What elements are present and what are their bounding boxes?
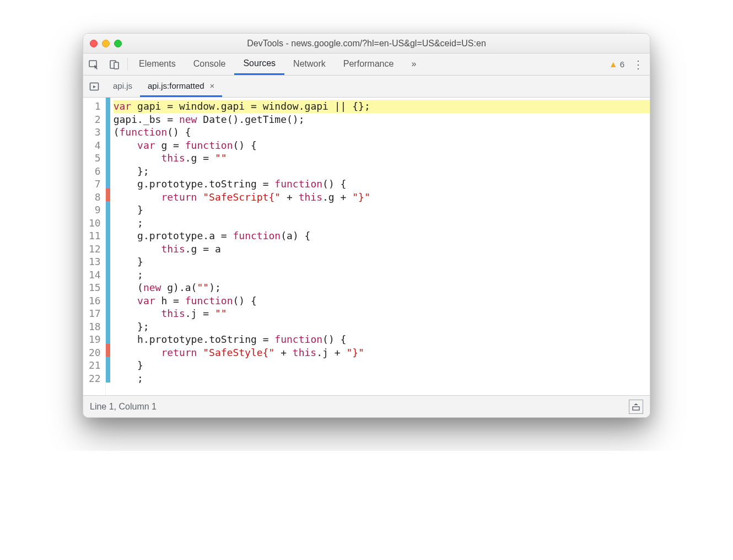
zoom-window-button[interactable]	[114, 40, 122, 47]
code-line[interactable]: };	[114, 320, 650, 333]
code-line[interactable]: var h = function() {	[114, 294, 650, 308]
coverage-markers	[106, 98, 110, 395]
warning-icon: ▲	[609, 60, 618, 69]
more-panels-button[interactable]: »	[402, 53, 425, 75]
panel-tab-performance[interactable]: Performance	[335, 53, 403, 75]
main-toolbar: ElementsConsoleSourcesNetworkPerformance…	[83, 53, 650, 76]
coverage-marker	[106, 227, 110, 240]
coverage-marker	[106, 163, 110, 176]
panel-tab-sources[interactable]: Sources	[234, 53, 284, 75]
line-number[interactable]: 11	[89, 229, 101, 243]
coverage-marker	[106, 240, 110, 254]
panel-tab-network[interactable]: Network	[284, 53, 335, 75]
code-line[interactable]: ;	[114, 217, 650, 230]
coverage-marker	[106, 189, 110, 202]
line-number[interactable]: 15	[89, 281, 101, 294]
minimize-window-button[interactable]	[102, 40, 110, 47]
file-tab-label: api.js	[113, 81, 132, 90]
panel-tabs: ElementsConsoleSourcesNetworkPerformance	[130, 53, 402, 75]
code-line[interactable]: ;	[114, 268, 650, 282]
line-number[interactable]: 20	[89, 346, 101, 359]
devtools-window: DevTools - news.google.com/?hl=en-US&gl=…	[83, 33, 650, 418]
coverage-marker	[106, 137, 110, 150]
coverage-marker	[106, 214, 110, 228]
device-toolbar-icon[interactable]	[104, 53, 125, 75]
toolbar-divider	[127, 58, 128, 71]
coverage-marker	[106, 279, 110, 292]
code-line[interactable]: };	[114, 165, 650, 178]
warnings-badge[interactable]: ▲ 6	[609, 60, 624, 69]
line-number[interactable]: 16	[89, 294, 101, 308]
line-number[interactable]: 21	[89, 359, 101, 372]
line-number[interactable]: 5	[89, 152, 101, 165]
coverage-marker	[106, 370, 110, 383]
line-number[interactable]: 2	[89, 113, 101, 126]
svg-rect-4	[633, 407, 639, 410]
coverage-marker	[106, 357, 110, 370]
inspect-element-icon[interactable]	[83, 53, 104, 75]
line-number[interactable]: 13	[89, 255, 101, 268]
coverage-marker	[106, 149, 110, 163]
close-window-button[interactable]	[90, 40, 98, 47]
line-number[interactable]: 10	[89, 217, 101, 230]
window-controls	[90, 40, 122, 47]
code-line[interactable]: return "SafeStyle{" + this.j + "}"	[114, 346, 650, 359]
line-number[interactable]: 7	[89, 177, 101, 191]
code-line[interactable]: }	[114, 255, 650, 268]
line-number[interactable]: 17	[89, 307, 101, 320]
coverage-marker	[106, 98, 110, 111]
code-line[interactable]: g.prototype.a = function(a) {	[114, 229, 650, 243]
line-number[interactable]: 19	[89, 333, 101, 346]
code-line[interactable]: return "SafeScript{" + this.g + "}"	[114, 191, 650, 204]
coverage-marker	[106, 123, 110, 137]
code-line[interactable]: gapi._bs = new Date().getTime();	[114, 113, 650, 126]
line-number[interactable]: 12	[89, 243, 101, 256]
code-line[interactable]: }	[114, 359, 650, 372]
panel-tab-elements[interactable]: Elements	[130, 53, 185, 75]
line-number[interactable]: 9	[89, 203, 101, 217]
line-number[interactable]: 22	[89, 372, 101, 385]
line-number[interactable]: 18	[89, 320, 101, 333]
line-number[interactable]: 6	[89, 165, 101, 178]
file-tab[interactable]: api.js:formatted×	[140, 76, 222, 97]
status-bar: Line 1, Column 1	[83, 395, 650, 417]
file-tab-label: api.js:formatted	[148, 81, 204, 90]
code-line[interactable]: (new g).a("");	[114, 281, 650, 294]
line-number[interactable]: 3	[89, 126, 101, 139]
code-line[interactable]: var g = function() {	[114, 139, 650, 152]
code-line[interactable]: h.prototype.toString = function() {	[114, 333, 650, 346]
sources-file-tabs: api.jsapi.js:formatted×	[83, 76, 650, 98]
code-line[interactable]: this.g = a	[114, 243, 650, 256]
coverage-marker	[106, 331, 110, 344]
settings-menu-button[interactable]: ⋮	[630, 58, 646, 71]
show-navigator-icon[interactable]	[83, 76, 105, 97]
close-icon[interactable]: ×	[210, 81, 215, 90]
show-drawer-icon[interactable]	[629, 400, 643, 414]
code-line[interactable]: g.prototype.toString = function() {	[114, 177, 650, 191]
line-number[interactable]: 8	[89, 191, 101, 204]
titlebar: DevTools - news.google.com/?hl=en-US&gl=…	[83, 34, 650, 53]
cursor-position: Line 1, Column 1	[90, 402, 157, 412]
coverage-marker	[106, 305, 110, 318]
code-line[interactable]: (function() {	[114, 126, 650, 139]
source-editor[interactable]: 12345678910111213141516171819202122 var …	[83, 98, 650, 395]
line-number[interactable]: 1	[89, 100, 101, 113]
code-line[interactable]: ;	[114, 372, 650, 385]
coverage-marker	[106, 344, 110, 357]
coverage-marker	[106, 292, 110, 305]
line-number-gutter[interactable]: 12345678910111213141516171819202122	[83, 98, 106, 395]
file-tab[interactable]: api.js	[105, 76, 140, 97]
code-line[interactable]: }	[114, 203, 650, 217]
code-line[interactable]: var gapi = window.gapi = window.gapi || …	[114, 100, 650, 113]
code-content[interactable]: var gapi = window.gapi = window.gapi || …	[110, 98, 650, 395]
coverage-marker	[106, 253, 110, 266]
code-line[interactable]: this.j = ""	[114, 307, 650, 320]
window-title: DevTools - news.google.com/?hl=en-US&gl=…	[83, 39, 650, 49]
coverage-marker	[106, 175, 110, 189]
line-number[interactable]: 4	[89, 139, 101, 152]
svg-rect-2	[114, 62, 118, 69]
coverage-marker	[106, 266, 110, 279]
panel-tab-console[interactable]: Console	[185, 53, 235, 75]
line-number[interactable]: 14	[89, 268, 101, 282]
code-line[interactable]: this.g = ""	[114, 152, 650, 165]
